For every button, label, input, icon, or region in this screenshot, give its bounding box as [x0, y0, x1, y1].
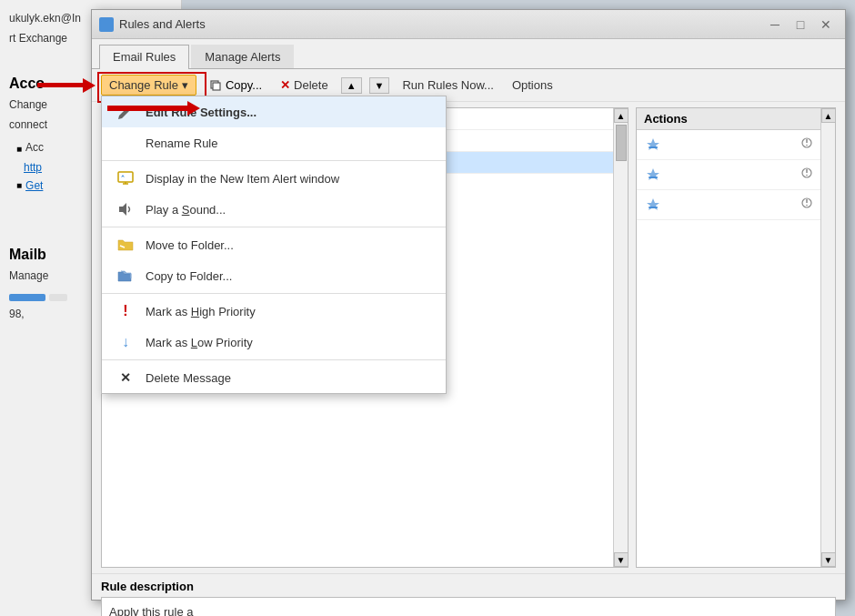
actions-panel-container: Actions [636, 107, 836, 568]
tab-email-rules[interactable]: Email Rules [99, 45, 189, 69]
rule-desc-box: Apply this rule a from viktoriya.k move … [101, 597, 836, 616]
speaker-icon [116, 200, 135, 218]
dropdown-item-mark-high[interactable]: ! Mark as High Priority [102, 296, 446, 327]
actions-panel: Actions [637, 108, 820, 567]
dialog-title: Rules and Alerts [119, 17, 763, 31]
svg-rect-0 [118, 172, 133, 182]
scroll-up-arrow[interactable]: ▲ [614, 108, 629, 123]
move-up-button[interactable]: ▲ [341, 77, 362, 94]
dropdown-item-play-sound[interactable]: Play a Sound... [102, 194, 446, 225]
separator-1 [102, 160, 446, 161]
action-row-2 [637, 190, 820, 220]
action-row-1 [637, 160, 820, 190]
bg-acc: Acc [25, 138, 44, 158]
scroll-thumb[interactable] [616, 125, 627, 161]
copy-button[interactable]: Copy... [204, 76, 267, 95]
copy-icon [209, 79, 222, 92]
run-rules-label: Run Rules Now... [402, 78, 493, 92]
rules-list-scrollbar[interactable]: ▲ ▼ [613, 108, 628, 567]
svg-point-8 [806, 145, 808, 146]
tab-bar: Email Rules Manage Alerts [92, 39, 845, 69]
dropdown-item-move-folder[interactable]: Move to Folder... [102, 229, 446, 260]
title-bar: Rules and Alerts ─ □ ✕ [92, 10, 845, 39]
copy-folder-label: Copy to Folder... [146, 269, 232, 283]
copy-label: Copy... [226, 78, 262, 92]
separator-4 [102, 359, 446, 360]
svg-point-11 [806, 175, 808, 177]
dialog-icon [99, 17, 114, 32]
action-row-0 [637, 130, 820, 160]
actions-scroll-down[interactable]: ▼ [821, 552, 836, 567]
actions-header: Actions [637, 108, 820, 130]
alert-icon [116, 169, 135, 187]
folder-icon [116, 236, 135, 254]
options-label: Options [512, 78, 553, 92]
low-priority-icon: ↓ [116, 333, 135, 351]
rule-desc-label: Rule description [101, 580, 836, 593]
change-rule-button[interactable]: Change Rule ▾ [101, 75, 196, 96]
options-button[interactable]: Options [507, 76, 558, 95]
mark-high-label: Mark as High Priority [146, 305, 256, 318]
actions-scroll-up[interactable]: ▲ [821, 108, 836, 123]
dropdown-item-edit-rule[interactable]: Edit Rule Settings... [102, 96, 446, 127]
play-sound-label: Play a Sound... [146, 203, 226, 217]
action-settings-1[interactable] [800, 167, 813, 183]
svg-marker-3 [119, 203, 126, 216]
dropdown-item-rename-rule[interactable]: Rename Rule [102, 127, 446, 158]
delete-x-icon: ✕ [280, 78, 290, 92]
actions-scrollbar[interactable]: ▲ ▼ [820, 108, 835, 567]
copy-folder-icon [116, 267, 135, 285]
high-priority-icon: ! [116, 302, 135, 320]
separator-2 [102, 227, 446, 227]
title-bar-buttons: ─ □ ✕ [763, 15, 838, 35]
action-settings-0[interactable] [800, 136, 813, 153]
dropdown-item-copy-folder[interactable]: Copy to Folder... [102, 260, 446, 291]
red-arrow-toolbar [37, 78, 96, 93]
action-settings-2[interactable] [800, 197, 813, 213]
dropdown-item-delete-message[interactable]: ✕ Delete Message [102, 362, 446, 393]
rules-alerts-dialog: Rules and Alerts ─ □ ✕ Email Rules Manag… [91, 9, 846, 601]
rename-rule-label: Rename Rule [146, 136, 218, 150]
action-icon-1 [644, 166, 662, 184]
separator-3 [102, 293, 446, 294]
mark-low-label: Mark as Low Priority [146, 336, 253, 349]
red-arrow-indicator [107, 106, 189, 111]
maximize-button[interactable]: □ [789, 15, 812, 35]
change-rule-dropdown-container: Change Rule ▾ Edit Rule Settings... Rena… [101, 75, 196, 96]
toolbar: Change Rule ▾ Edit Rule Settings... Rena… [92, 69, 845, 102]
svg-point-14 [806, 205, 808, 207]
rule-desc-text-1: Apply this rule a [109, 605, 194, 616]
change-rule-arrow: ▾ [182, 78, 188, 92]
tab-manage-alerts[interactable]: Manage Alerts [191, 45, 294, 68]
delete-message-label: Delete Message [146, 371, 231, 385]
run-rules-button[interactable]: Run Rules Now... [397, 76, 498, 95]
display-alert-label: Display in the New Item Alert window [146, 172, 339, 186]
rule-description-section: Rule description Apply this rule a from … [92, 573, 845, 616]
bg-get-link[interactable]: Get [25, 179, 43, 192]
scroll-down-arrow[interactable]: ▼ [614, 552, 629, 567]
action-icon-0 [644, 136, 662, 154]
dropdown-item-mark-low[interactable]: ↓ Mark as Low Priority [102, 327, 446, 358]
close-button[interactable]: ✕ [814, 15, 838, 35]
svg-rect-5 [213, 83, 220, 90]
delete-label: Delete [294, 78, 328, 92]
change-rule-dropdown-menu: Edit Rule Settings... Rename Rule [101, 96, 447, 394]
move-down-button[interactable]: ▼ [369, 77, 390, 94]
minimize-button[interactable]: ─ [763, 15, 787, 35]
action-icon-2 [644, 196, 662, 214]
change-rule-label: Change Rule [109, 78, 178, 92]
move-folder-label: Move to Folder... [146, 238, 234, 252]
bg-http-link[interactable]: http [24, 161, 42, 174]
delete-button[interactable]: ✕ Delete [275, 76, 334, 95]
delete-message-icon: ✕ [116, 369, 135, 387]
dropdown-item-display-alert[interactable]: Display in the New Item Alert window [102, 163, 446, 194]
rename-icon [116, 134, 135, 152]
